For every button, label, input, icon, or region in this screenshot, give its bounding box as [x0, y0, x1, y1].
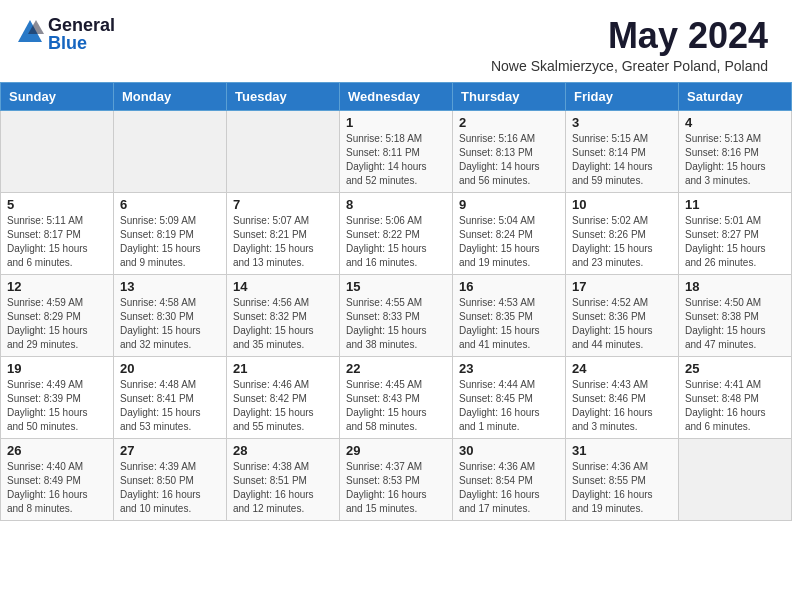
calendar-table: SundayMondayTuesdayWednesdayThursdayFrid…	[0, 82, 792, 521]
day-info: Sunrise: 5:02 AM Sunset: 8:26 PM Dayligh…	[572, 214, 672, 270]
calendar-cell: 23Sunrise: 4:44 AM Sunset: 8:45 PM Dayli…	[453, 356, 566, 438]
logo-icon	[16, 18, 44, 46]
day-number: 12	[7, 279, 107, 294]
day-number: 1	[346, 115, 446, 130]
calendar-cell: 31Sunrise: 4:36 AM Sunset: 8:55 PM Dayli…	[566, 438, 679, 520]
calendar-cell	[679, 438, 792, 520]
day-info: Sunrise: 4:45 AM Sunset: 8:43 PM Dayligh…	[346, 378, 446, 434]
calendar-cell: 2Sunrise: 5:16 AM Sunset: 8:13 PM Daylig…	[453, 110, 566, 192]
day-info: Sunrise: 5:06 AM Sunset: 8:22 PM Dayligh…	[346, 214, 446, 270]
day-info: Sunrise: 4:40 AM Sunset: 8:49 PM Dayligh…	[7, 460, 107, 516]
month-title: May 2024	[491, 16, 768, 56]
calendar-week-2: 5Sunrise: 5:11 AM Sunset: 8:17 PM Daylig…	[1, 192, 792, 274]
day-number: 11	[685, 197, 785, 212]
calendar-cell: 15Sunrise: 4:55 AM Sunset: 8:33 PM Dayli…	[340, 274, 453, 356]
calendar-cell: 28Sunrise: 4:38 AM Sunset: 8:51 PM Dayli…	[227, 438, 340, 520]
day-info: Sunrise: 4:56 AM Sunset: 8:32 PM Dayligh…	[233, 296, 333, 352]
calendar-cell: 5Sunrise: 5:11 AM Sunset: 8:17 PM Daylig…	[1, 192, 114, 274]
day-number: 25	[685, 361, 785, 376]
calendar-cell: 17Sunrise: 4:52 AM Sunset: 8:36 PM Dayli…	[566, 274, 679, 356]
calendar-cell: 10Sunrise: 5:02 AM Sunset: 8:26 PM Dayli…	[566, 192, 679, 274]
calendar-cell	[114, 110, 227, 192]
day-number: 10	[572, 197, 672, 212]
calendar-cell: 20Sunrise: 4:48 AM Sunset: 8:41 PM Dayli…	[114, 356, 227, 438]
day-number: 23	[459, 361, 559, 376]
title-section: May 2024 Nowe Skalmierzyce, Greater Pola…	[491, 16, 768, 74]
day-info: Sunrise: 5:16 AM Sunset: 8:13 PM Dayligh…	[459, 132, 559, 188]
calendar-cell: 26Sunrise: 4:40 AM Sunset: 8:49 PM Dayli…	[1, 438, 114, 520]
day-info: Sunrise: 5:13 AM Sunset: 8:16 PM Dayligh…	[685, 132, 785, 188]
day-info: Sunrise: 4:48 AM Sunset: 8:41 PM Dayligh…	[120, 378, 220, 434]
day-number: 6	[120, 197, 220, 212]
day-number: 4	[685, 115, 785, 130]
day-number: 8	[346, 197, 446, 212]
day-info: Sunrise: 4:43 AM Sunset: 8:46 PM Dayligh…	[572, 378, 672, 434]
calendar-week-4: 19Sunrise: 4:49 AM Sunset: 8:39 PM Dayli…	[1, 356, 792, 438]
calendar-cell: 19Sunrise: 4:49 AM Sunset: 8:39 PM Dayli…	[1, 356, 114, 438]
calendar-week-3: 12Sunrise: 4:59 AM Sunset: 8:29 PM Dayli…	[1, 274, 792, 356]
calendar-cell: 14Sunrise: 4:56 AM Sunset: 8:32 PM Dayli…	[227, 274, 340, 356]
calendar-cell: 8Sunrise: 5:06 AM Sunset: 8:22 PM Daylig…	[340, 192, 453, 274]
day-number: 18	[685, 279, 785, 294]
day-info: Sunrise: 4:53 AM Sunset: 8:35 PM Dayligh…	[459, 296, 559, 352]
calendar-header-row: SundayMondayTuesdayWednesdayThursdayFrid…	[1, 82, 792, 110]
calendar-cell: 25Sunrise: 4:41 AM Sunset: 8:48 PM Dayli…	[679, 356, 792, 438]
day-info: Sunrise: 4:55 AM Sunset: 8:33 PM Dayligh…	[346, 296, 446, 352]
calendar-cell: 3Sunrise: 5:15 AM Sunset: 8:14 PM Daylig…	[566, 110, 679, 192]
logo-general-text: General	[48, 16, 115, 34]
day-number: 5	[7, 197, 107, 212]
column-header-thursday: Thursday	[453, 82, 566, 110]
day-number: 3	[572, 115, 672, 130]
day-info: Sunrise: 4:41 AM Sunset: 8:48 PM Dayligh…	[685, 378, 785, 434]
calendar-cell: 22Sunrise: 4:45 AM Sunset: 8:43 PM Dayli…	[340, 356, 453, 438]
day-number: 30	[459, 443, 559, 458]
day-info: Sunrise: 4:36 AM Sunset: 8:54 PM Dayligh…	[459, 460, 559, 516]
day-number: 21	[233, 361, 333, 376]
day-info: Sunrise: 5:07 AM Sunset: 8:21 PM Dayligh…	[233, 214, 333, 270]
calendar-cell: 18Sunrise: 4:50 AM Sunset: 8:38 PM Dayli…	[679, 274, 792, 356]
day-number: 20	[120, 361, 220, 376]
column-header-wednesday: Wednesday	[340, 82, 453, 110]
day-info: Sunrise: 4:44 AM Sunset: 8:45 PM Dayligh…	[459, 378, 559, 434]
day-number: 19	[7, 361, 107, 376]
day-number: 7	[233, 197, 333, 212]
calendar-cell: 27Sunrise: 4:39 AM Sunset: 8:50 PM Dayli…	[114, 438, 227, 520]
column-header-tuesday: Tuesday	[227, 82, 340, 110]
column-header-friday: Friday	[566, 82, 679, 110]
day-info: Sunrise: 4:46 AM Sunset: 8:42 PM Dayligh…	[233, 378, 333, 434]
day-number: 28	[233, 443, 333, 458]
day-info: Sunrise: 5:11 AM Sunset: 8:17 PM Dayligh…	[7, 214, 107, 270]
calendar-week-1: 1Sunrise: 5:18 AM Sunset: 8:11 PM Daylig…	[1, 110, 792, 192]
day-number: 27	[120, 443, 220, 458]
day-number: 29	[346, 443, 446, 458]
location-subtitle: Nowe Skalmierzyce, Greater Poland, Polan…	[491, 58, 768, 74]
calendar-cell: 16Sunrise: 4:53 AM Sunset: 8:35 PM Dayli…	[453, 274, 566, 356]
column-header-sunday: Sunday	[1, 82, 114, 110]
day-number: 16	[459, 279, 559, 294]
day-number: 17	[572, 279, 672, 294]
day-info: Sunrise: 4:39 AM Sunset: 8:50 PM Dayligh…	[120, 460, 220, 516]
day-info: Sunrise: 5:01 AM Sunset: 8:27 PM Dayligh…	[685, 214, 785, 270]
calendar-cell: 30Sunrise: 4:36 AM Sunset: 8:54 PM Dayli…	[453, 438, 566, 520]
calendar-cell: 11Sunrise: 5:01 AM Sunset: 8:27 PM Dayli…	[679, 192, 792, 274]
day-info: Sunrise: 4:36 AM Sunset: 8:55 PM Dayligh…	[572, 460, 672, 516]
day-info: Sunrise: 5:04 AM Sunset: 8:24 PM Dayligh…	[459, 214, 559, 270]
calendar-cell: 6Sunrise: 5:09 AM Sunset: 8:19 PM Daylig…	[114, 192, 227, 274]
day-number: 15	[346, 279, 446, 294]
calendar-cell: 12Sunrise: 4:59 AM Sunset: 8:29 PM Dayli…	[1, 274, 114, 356]
day-number: 14	[233, 279, 333, 294]
day-info: Sunrise: 4:50 AM Sunset: 8:38 PM Dayligh…	[685, 296, 785, 352]
column-header-monday: Monday	[114, 82, 227, 110]
day-number: 24	[572, 361, 672, 376]
day-info: Sunrise: 4:58 AM Sunset: 8:30 PM Dayligh…	[120, 296, 220, 352]
calendar-cell: 1Sunrise: 5:18 AM Sunset: 8:11 PM Daylig…	[340, 110, 453, 192]
calendar-cell: 21Sunrise: 4:46 AM Sunset: 8:42 PM Dayli…	[227, 356, 340, 438]
day-info: Sunrise: 5:18 AM Sunset: 8:11 PM Dayligh…	[346, 132, 446, 188]
calendar-cell: 29Sunrise: 4:37 AM Sunset: 8:53 PM Dayli…	[340, 438, 453, 520]
calendar-week-5: 26Sunrise: 4:40 AM Sunset: 8:49 PM Dayli…	[1, 438, 792, 520]
day-number: 13	[120, 279, 220, 294]
calendar-cell: 13Sunrise: 4:58 AM Sunset: 8:30 PM Dayli…	[114, 274, 227, 356]
calendar-cell: 9Sunrise: 5:04 AM Sunset: 8:24 PM Daylig…	[453, 192, 566, 274]
day-info: Sunrise: 5:09 AM Sunset: 8:19 PM Dayligh…	[120, 214, 220, 270]
day-number: 26	[7, 443, 107, 458]
